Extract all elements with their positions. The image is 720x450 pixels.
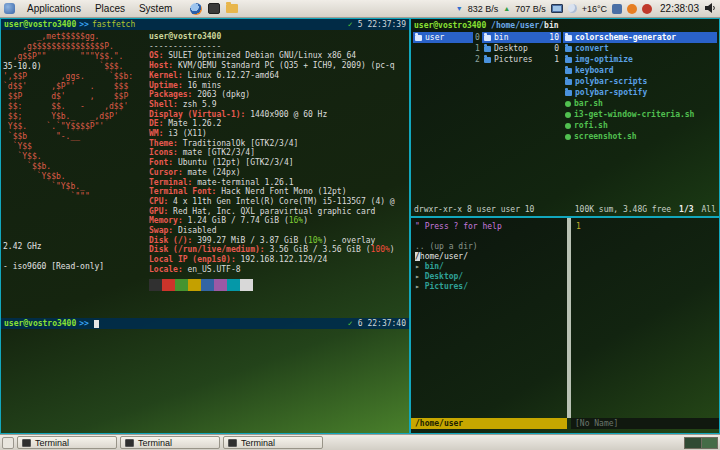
fastfetch-line: Icons: mate [GTK2/3/4] (149, 148, 395, 158)
file-list-item[interactable]: screenshot.sh (563, 131, 717, 142)
fastfetch-line: Display (Virtual-1): 1440x900 @ 60 Hz (149, 110, 395, 120)
taskbar-button[interactable]: Terminal (120, 436, 220, 449)
file-list-item[interactable]: rofi.sh (563, 120, 717, 131)
ranger-position: 1/3 (679, 205, 693, 214)
file-list-item[interactable]: convert (563, 43, 717, 54)
fastfetch-line: Locale: en_US.UTF-8 (149, 265, 395, 275)
net-down-speed: 832 B/s (468, 4, 499, 14)
fastfetch-line: Disk (/): 399.27 MiB / 3.87 GiB (10%) - … (149, 236, 395, 246)
terminal-launcher-icon[interactable] (208, 3, 220, 14)
ranger-title-line: user@vostro3400 /home/user/bin (414, 21, 559, 30)
nerdtree-up-dir[interactable]: .. (up a dir) (415, 242, 502, 252)
mate-menu-icon[interactable] (4, 3, 15, 14)
taskbar-button[interactable]: Terminal (223, 436, 323, 449)
file-list-item[interactable]: bin10 (482, 32, 561, 43)
prompt-user-host: user@vostro3400 (4, 319, 76, 328)
workspace-cell-active[interactable] (685, 438, 701, 448)
vim-line-number: 1 (576, 222, 581, 231)
volume-icon[interactable] (704, 2, 716, 16)
files-launcher-icon[interactable] (226, 4, 238, 13)
desktop: Applications Places System ▼ 832 B/s ▲ 7… (0, 0, 720, 450)
file-list-item[interactable]: keyboard (563, 65, 717, 76)
show-desktop-button[interactable] (2, 437, 14, 449)
terminal-icon (228, 439, 237, 447)
workspace-cell[interactable] (701, 438, 717, 448)
taskbar-button[interactable]: Terminal (17, 436, 117, 449)
palette-swatch (201, 279, 214, 291)
exit-status-check-icon: ✓ (348, 20, 353, 29)
palette-swatch (214, 279, 227, 291)
fastfetch-line: Shell: zsh 5.9 (149, 100, 395, 110)
file-list-item[interactable]: polybar-scripts (563, 76, 717, 87)
display-tray-icon[interactable] (612, 4, 622, 14)
nerdtree-pane[interactable]: " Press ? for help .. (up a dir)/home/us… (415, 222, 502, 292)
terminal-color-palette (149, 279, 253, 291)
menu-places[interactable]: Places (93, 3, 127, 14)
file-list-item[interactable]: polybar-spotify (563, 87, 717, 98)
top-panel: Applications Places System ▼ 832 B/s ▲ 7… (0, 0, 720, 18)
net-down-arrow-icon: ▼ (456, 5, 463, 12)
menu-system[interactable]: System (137, 3, 174, 14)
ranger-current-dir: bin (544, 21, 558, 30)
palette-swatch (175, 279, 188, 291)
shell-prompt-line: user@vostro3400 >> fastfetch ✓ 5 22:37:3… (1, 19, 409, 30)
text-cursor (94, 320, 99, 328)
file-list-item[interactable]: user (413, 32, 473, 43)
redshift-tray-icon[interactable] (627, 4, 637, 14)
taskbar-buttons: TerminalTerminalTerminal (17, 436, 323, 449)
ranger-filter: All (702, 205, 716, 214)
browser-launcher-icon[interactable] (190, 3, 202, 15)
ranger-preview-column: colorscheme-generatorconvertimg-optimize… (563, 32, 717, 142)
fastfetch-line: WM: i3 (X11) (149, 129, 395, 139)
fastfetch-line: GPU: Red Hat, Inc. QXL paravirtual graph… (149, 207, 395, 217)
terminal-window-vim[interactable]: " Press ? for help .. (up a dir)/home/us… (410, 217, 720, 434)
file-list-item[interactable]: colorscheme-generator (563, 32, 717, 43)
fastfetch-line: Host: KVM/QEMU Standard PC (Q35 + ICH9, … (149, 61, 395, 71)
prompt-user-host: user@vostro3400 (4, 20, 76, 29)
palette-swatch (149, 279, 162, 291)
palette-swatch (227, 279, 240, 291)
prompt-arrow-icon: >> (79, 20, 89, 29)
fastfetch-line: CPU: 4 x 11th Gen Intel(R) Core(TM) i5-1… (149, 197, 395, 207)
ranger-user-host: user@vostro3400 (414, 21, 486, 30)
clock[interactable]: 22:38:03 (660, 3, 699, 14)
temperature: +16°C (582, 4, 607, 14)
fastfetch-line: Cursor: mate (24px) (149, 168, 395, 178)
history-number: 5 (358, 20, 363, 29)
terminal-icon (22, 439, 31, 447)
nerdtree-root[interactable]: /home/user/ (415, 252, 502, 262)
file-list-item[interactable]: Pictures1 (482, 54, 561, 65)
weather-moon-icon[interactable] (568, 4, 577, 13)
terminal-window-ranger[interactable]: user@vostro3400 /home/user/bin user 0bin… (410, 18, 720, 217)
nerdtree-item[interactable]: ▸ Desktop/ (415, 272, 502, 282)
terminal-icon (125, 439, 134, 447)
nerdtree-item[interactable]: ▸ Pictures/ (415, 282, 502, 292)
net-up-arrow-icon: ▲ (503, 5, 510, 12)
file-list-item[interactable]: Desktop0 (482, 43, 561, 54)
palette-swatch (162, 279, 175, 291)
palette-swatch (240, 279, 253, 291)
shell-prompt-line[interactable]: user@vostro3400 >> ✓ 6 22:37:40 (1, 318, 409, 329)
fastfetch-line: Swap: Disabled (149, 226, 395, 236)
workspace-switcher[interactable] (684, 437, 718, 449)
fastfetch-line: Font: Ubuntu (12pt) [GTK2/3/4] (149, 158, 395, 168)
ranger-file-permissions: drwxr-xr-x 8 user user 10 (414, 205, 534, 214)
fastfetch-output: user@vostro3400---------------OS: SULET … (149, 32, 395, 275)
vim-statusline-left: /home/user (411, 418, 567, 429)
prompt-arrow-icon: >> (79, 319, 89, 328)
network-monitor-icon[interactable] (551, 4, 563, 13)
file-list-item[interactable]: img-optimize (563, 54, 717, 65)
vim-split-separator[interactable] (567, 218, 571, 418)
debian-ascii-logo: _,met$$$$$gg. ,g$$$$$$$$$$$$$$$P. ,g$$P"… (3, 32, 133, 272)
file-list-item[interactable]: bar.sh (563, 98, 717, 109)
nerdtree-item[interactable]: ▸ bin/ (415, 262, 502, 272)
file-list-item[interactable]: i3-get-window-criteria.sh (563, 109, 717, 120)
prompt-time: 22:37:40 (367, 319, 406, 328)
fastfetch-line: OS: SULET Optimized Debian GNU/Linux x86… (149, 51, 395, 61)
menu-applications[interactable]: Applications (25, 3, 83, 14)
history-number: 6 (358, 319, 363, 328)
terminal-window-fastfetch[interactable]: user@vostro3400 >> fastfetch ✓ 5 22:37:3… (0, 18, 410, 434)
ranger-disk-usage: 100K sum, 3.48G free (575, 205, 671, 214)
notification-tray-icon[interactable] (642, 4, 652, 14)
palette-swatch (188, 279, 201, 291)
